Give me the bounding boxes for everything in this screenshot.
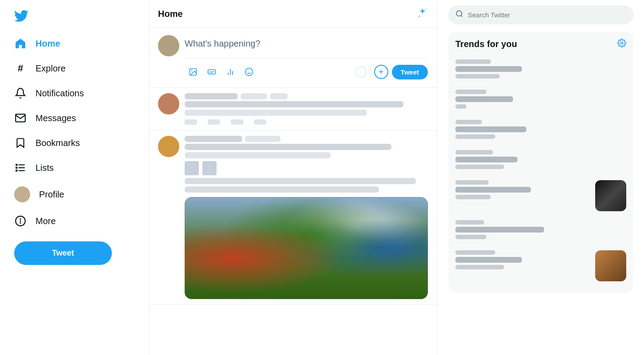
trend-item-7-content [455, 250, 590, 272]
sidebar: Home # Explore Notifications Messages [0, 0, 149, 355]
like-count [231, 119, 243, 125]
tweet-content-2 [185, 136, 428, 299]
tweet-text-2b [185, 178, 428, 193]
home-icon [14, 37, 27, 50]
svg-rect-4 [16, 167, 17, 168]
tweet-avatar-2 [158, 136, 179, 157]
tweet-line-3 [185, 178, 416, 184]
trend-item-6[interactable] [448, 216, 633, 246]
embedded-icon-2 [202, 161, 217, 175]
tweet-line-4 [185, 186, 379, 193]
sidebar-item-more[interactable]: More [7, 209, 142, 233]
search-bar[interactable] [448, 5, 633, 24]
sidebar-item-explore[interactable]: # Explore [7, 57, 142, 80]
add-emoji-button[interactable] [241, 63, 257, 80]
tweet-time [270, 93, 288, 99]
tweet-button[interactable]: Tweet [14, 241, 112, 265]
search-input[interactable] [468, 11, 626, 19]
tweet-username-2 [185, 136, 242, 142]
sidebar-item-bookmarks-label: Bookmarks [36, 138, 80, 148]
tweet-meta [185, 93, 428, 99]
bell-icon [14, 87, 27, 99]
gear-icon[interactable] [617, 39, 626, 50]
tweet-avatar [158, 93, 179, 114]
explore-icon: # [14, 62, 27, 75]
trend-item-2[interactable] [448, 85, 633, 115]
tweet-item[interactable] [149, 88, 437, 130]
tweet-line-2-1 [185, 144, 391, 150]
tweet-image-content [185, 197, 428, 299]
tweet-actions [185, 119, 428, 125]
embedded-icon [185, 161, 199, 175]
tweet-image [185, 197, 428, 299]
sidebar-item-explore-label: Explore [36, 63, 66, 74]
compose-media-icons: GIF [185, 63, 257, 80]
trend-item-5-content [455, 180, 590, 201]
add-photo-button[interactable] [185, 63, 201, 80]
trend-thumbnail-2 [595, 250, 626, 281]
tweet-handle-2 [245, 136, 281, 142]
svg-rect-3 [16, 164, 17, 165]
sidebar-item-lists-label: Lists [36, 163, 54, 173]
sidebar-item-notifications[interactable]: Notifications [7, 82, 142, 105]
trend-item-1[interactable] [448, 55, 633, 85]
sidebar-item-home[interactable]: Home [7, 32, 142, 55]
tweet-username [185, 93, 238, 99]
sidebar-item-bookmarks[interactable]: Bookmarks [7, 131, 142, 154]
divider [370, 66, 371, 78]
tweet-text [185, 101, 428, 116]
sparkle-icon[interactable] [417, 7, 428, 20]
trend-item-3-content [455, 120, 626, 141]
mail-icon [14, 112, 27, 124]
compose-tweet-button[interactable]: Tweet [392, 65, 428, 79]
svg-point-20 [245, 68, 253, 76]
tweet-item-2[interactable] [149, 130, 437, 305]
tweet-handle [241, 93, 267, 99]
tweet-line-2 [185, 110, 367, 116]
add-poll-button[interactable] [222, 63, 239, 80]
sidebar-item-notifications-label: Notifications [36, 88, 84, 99]
right-sidebar: Trends for you [438, 0, 644, 355]
add-tweet-button[interactable]: + [374, 65, 388, 79]
svg-point-25 [621, 42, 623, 44]
svg-rect-5 [16, 170, 17, 171]
trend-item-4-content [455, 150, 626, 171]
trend-item-3[interactable] [448, 115, 633, 146]
bookmark-icon [14, 137, 27, 149]
trend-item-1-content [455, 59, 626, 81]
trend-item-7[interactable] [448, 246, 633, 286]
lists-icon [14, 162, 27, 174]
tweet-meta-2 [185, 136, 428, 142]
tweet-line-1 [185, 101, 403, 107]
sidebar-item-profile-label: Profile [39, 189, 64, 200]
main-feed: Home What's happening? [149, 0, 437, 355]
add-gif-button[interactable]: GIF [203, 63, 220, 80]
twitter-bird-icon [14, 9, 28, 23]
svg-point-23 [456, 11, 462, 16]
reply-count [185, 119, 197, 125]
retweet-count [208, 119, 220, 125]
tweet-line-2-2 [185, 152, 331, 158]
trend-item-2-content [455, 90, 626, 111]
trend-item-5[interactable] [448, 176, 633, 216]
sidebar-item-profile[interactable]: Profile [7, 181, 142, 208]
more-icon [14, 215, 27, 227]
tweet-text-2 [185, 144, 428, 158]
trend-item-4[interactable] [448, 146, 633, 176]
sidebar-item-messages[interactable]: Messages [7, 106, 142, 130]
character-count [355, 66, 367, 78]
sidebar-item-lists[interactable]: Lists [7, 156, 142, 179]
trends-header: Trends for you [448, 39, 633, 55]
twitter-logo[interactable] [7, 4, 142, 30]
share-action [254, 119, 266, 125]
svg-point-14 [191, 70, 193, 71]
svg-text:GIF: GIF [209, 71, 214, 74]
compose-input[interactable]: What's happening? [185, 35, 428, 52]
sidebar-item-home-label: Home [36, 39, 60, 49]
tweet-content [185, 93, 428, 125]
compose-submit-area: + Tweet [355, 65, 428, 79]
feed-header: Home [149, 0, 437, 28]
search-icon [455, 10, 463, 20]
svg-line-24 [461, 15, 462, 16]
compose-toolbar: GIF [185, 58, 428, 80]
